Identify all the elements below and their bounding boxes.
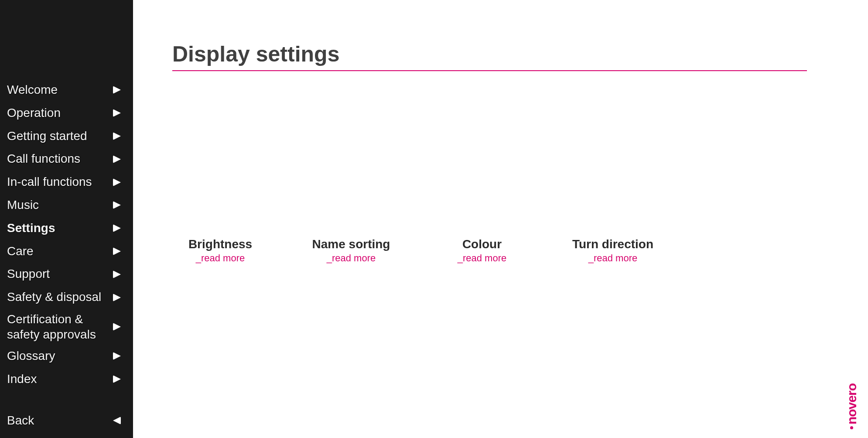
page-title: Display settings xyxy=(172,41,807,71)
tile-title: Name sorting xyxy=(308,237,395,252)
sidebar-item-glossary[interactable]: Glossary xyxy=(0,345,133,368)
sidebar-item-index[interactable]: Index xyxy=(0,368,133,391)
brand-text: novero xyxy=(844,383,859,424)
chevron-right-icon xyxy=(113,201,121,209)
read-more-link[interactable]: _read more xyxy=(308,253,395,264)
sidebar-item-label: Support xyxy=(7,264,50,284)
sidebar-item-label: Getting started xyxy=(7,127,87,146)
sidebar-item-music[interactable]: Music xyxy=(0,194,133,217)
back-label: Back xyxy=(7,414,34,428)
sidebar-item-certification[interactable]: Certification & safety approvals xyxy=(0,309,133,345)
chevron-left-icon xyxy=(113,417,121,424)
brand-dot-icon xyxy=(851,426,854,429)
sidebar-item-label: Music xyxy=(7,195,39,215)
sidebar-item-label: Certification & safety approvals xyxy=(7,311,96,342)
back-button[interactable]: Back xyxy=(0,412,133,429)
sidebar-item-label: In-call functions xyxy=(7,172,92,192)
tile-title: Brightness xyxy=(177,237,264,252)
chevron-right-icon xyxy=(113,247,121,255)
tile-turn-direction: Turn direction _read more xyxy=(569,237,656,264)
chevron-right-icon xyxy=(113,178,121,186)
sidebar-item-welcome[interactable]: Welcome xyxy=(0,79,133,102)
read-more-link[interactable]: _read more xyxy=(177,253,264,264)
chevron-right-icon xyxy=(113,86,121,94)
main-content: Display settings Brightness _read more N… xyxy=(133,0,868,438)
read-more-link[interactable]: _read more xyxy=(569,253,656,264)
sidebar-item-label: Operation xyxy=(7,103,61,123)
sidebar-item-label: Call functions xyxy=(7,149,80,169)
sidebar-item-safety-disposal[interactable]: Safety & disposal xyxy=(0,286,133,309)
sidebar-item-label: Settings xyxy=(7,219,55,238)
sidebar-item-in-call-functions[interactable]: In-call functions xyxy=(0,171,133,194)
tile-colour: Colour _read more xyxy=(438,237,526,264)
sidebar-item-label: Index xyxy=(7,370,37,389)
read-more-link[interactable]: _read more xyxy=(438,253,526,264)
sidebar-item-settings[interactable]: Settings xyxy=(0,217,133,240)
sidebar-item-label: Care xyxy=(7,242,34,261)
chevron-right-icon xyxy=(113,109,121,117)
sidebar-nav: Welcome Operation Getting started Call f… xyxy=(0,0,133,438)
sidebar-item-label: Safety & disposal xyxy=(7,287,101,307)
brand-logo: novero xyxy=(845,383,858,429)
sidebar-item-call-functions[interactable]: Call functions xyxy=(0,147,133,171)
setting-tiles: Brightness _read more Name sorting _read… xyxy=(172,237,842,264)
chevron-right-icon xyxy=(113,155,121,163)
chevron-right-icon xyxy=(113,270,121,278)
tile-title: Colour xyxy=(438,237,526,252)
chevron-right-icon xyxy=(113,224,121,232)
tile-name-sorting: Name sorting _read more xyxy=(308,237,395,264)
sidebar-item-operation[interactable]: Operation xyxy=(0,102,133,125)
chevron-right-icon xyxy=(113,323,121,331)
sidebar-item-label: Glossary xyxy=(7,346,55,366)
chevron-right-icon xyxy=(113,294,121,301)
sidebar-item-getting-started[interactable]: Getting started xyxy=(0,125,133,148)
sidebar-item-support[interactable]: Support xyxy=(0,263,133,286)
sidebar-item-label: Welcome xyxy=(7,80,58,100)
sidebar-item-care[interactable]: Care xyxy=(0,240,133,263)
tile-brightness: Brightness _read more xyxy=(177,237,264,264)
chevron-right-icon xyxy=(113,352,121,360)
chevron-right-icon xyxy=(113,375,121,383)
chevron-right-icon xyxy=(113,132,121,140)
tile-title: Turn direction xyxy=(569,237,656,252)
